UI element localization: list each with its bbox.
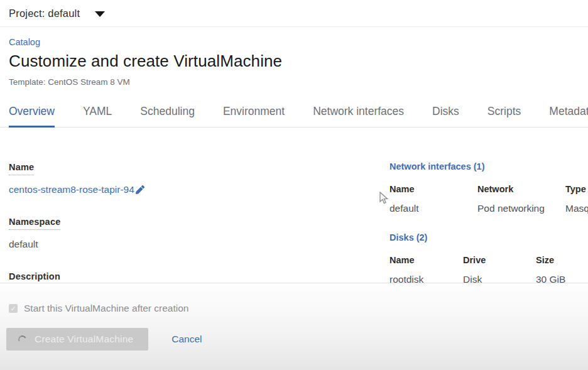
tab-yaml[interactable]: YAML bbox=[83, 104, 112, 128]
customize-vm-page: Project: default Catalog Customize and c… bbox=[0, 0, 588, 370]
tab-overview[interactable]: Overview bbox=[9, 104, 55, 128]
project-dropdown[interactable]: Project: default bbox=[9, 8, 105, 19]
tab-scheduling[interactable]: Scheduling bbox=[140, 104, 195, 128]
start-after-creation-checkbox[interactable] bbox=[9, 304, 18, 313]
table-row: default Pod networking Masquerade bbox=[389, 203, 588, 214]
vm-name-value: centos-stream8-rose-tapir-94 bbox=[9, 184, 134, 195]
tab-metadata[interactable]: Metadata bbox=[549, 104, 588, 128]
name-field: Name centos-stream8-rose-tapir-94 bbox=[9, 161, 389, 195]
network-interfaces-link[interactable]: Network interfaces (1) bbox=[389, 161, 588, 171]
namespace-field: Namespace default bbox=[9, 216, 389, 250]
disks-link[interactable]: Disks (2) bbox=[389, 232, 588, 242]
project-bar: Project: default bbox=[0, 0, 588, 27]
network-interfaces-table: Name Network Type default Pod networking… bbox=[389, 184, 588, 214]
pencil-icon bbox=[136, 185, 144, 194]
breadcrumb: Catalog bbox=[9, 37, 579, 47]
cancel-button[interactable]: Cancel bbox=[172, 334, 202, 345]
tab-scripts[interactable]: Scripts bbox=[487, 104, 521, 128]
footer-actions: Create VirtualMachine Cancel bbox=[0, 328, 588, 351]
disk-col-name: Name bbox=[389, 255, 463, 265]
net-col-network: Network bbox=[477, 184, 565, 194]
wizard-footer: Start this VirtualMachine after creation… bbox=[0, 283, 588, 370]
namespace-label[interactable]: Namespace bbox=[9, 217, 60, 230]
tab-disks[interactable]: Disks bbox=[432, 104, 459, 128]
create-virtualmachine-label: Create VirtualMachine bbox=[35, 334, 133, 345]
template-subtitle: Template: CentOS Stream 8 VM bbox=[9, 77, 579, 87]
breadcrumb-catalog-link[interactable]: Catalog bbox=[9, 37, 40, 47]
create-virtualmachine-button[interactable]: Create VirtualMachine bbox=[6, 328, 148, 351]
net-col-name: Name bbox=[389, 184, 477, 194]
name-label[interactable]: Name bbox=[9, 162, 34, 175]
disk-col-size: Size bbox=[536, 255, 588, 265]
chevron-down-icon bbox=[95, 11, 105, 17]
page-title: Customize and create VirtualMachine bbox=[9, 52, 579, 71]
page-header: Catalog Customize and create VirtualMach… bbox=[0, 27, 588, 87]
overview-panel: Name centos-stream8-rose-tapir-94 Namesp… bbox=[0, 128, 588, 305]
net-name-cell: default bbox=[389, 203, 477, 214]
vm-name-edit-link[interactable]: centos-stream8-rose-tapir-94 bbox=[9, 184, 144, 195]
tab-environment[interactable]: Environment bbox=[223, 104, 285, 128]
start-after-creation-label: Start this VirtualMachine after creation bbox=[24, 303, 188, 314]
project-dropdown-label: Project: default bbox=[9, 8, 80, 19]
disk-col-drive: Drive bbox=[463, 255, 536, 265]
start-after-creation-row: Start this VirtualMachine after creation bbox=[0, 283, 588, 314]
tab-network-interfaces[interactable]: Network interfaces bbox=[313, 104, 404, 128]
disks-table: Name Drive Size rootdisk Disk 30 GiB bbox=[389, 255, 588, 285]
net-type-cell: Masquerade bbox=[565, 203, 588, 214]
tab-bar: Overview YAML Scheduling Environment Net… bbox=[0, 104, 588, 128]
spinner-icon bbox=[17, 334, 27, 344]
net-col-type: Type bbox=[565, 184, 588, 194]
net-network-cell: Pod networking bbox=[477, 203, 565, 214]
namespace-value: default bbox=[9, 239, 389, 250]
